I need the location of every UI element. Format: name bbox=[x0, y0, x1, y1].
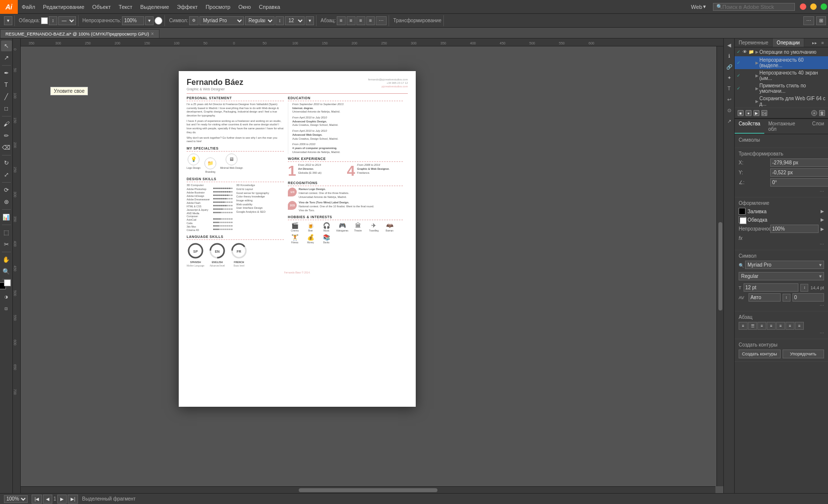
kerning-input[interactable] bbox=[792, 293, 825, 302]
ops-record-btn[interactable]: ● bbox=[746, 110, 751, 116]
hand-tool[interactable]: ✋ bbox=[1, 254, 12, 265]
ops-step-btn[interactable]: ▷| bbox=[761, 110, 767, 116]
justify-all-btn-p[interactable]: ≡ bbox=[795, 322, 804, 330]
type-tool[interactable]: T bbox=[1, 79, 12, 90]
font-size-stepper-up[interactable]: ↕ bbox=[800, 284, 808, 292]
y-input[interactable] bbox=[770, 168, 828, 177]
history-panel-btn[interactable]: ↩ bbox=[725, 95, 734, 104]
menu-effect[interactable]: Эффект bbox=[173, 0, 201, 13]
grid-view-btn[interactable]: ⊞ bbox=[816, 16, 826, 25]
font-family-select[interactable]: Myriad Pro bbox=[199, 16, 244, 25]
font-size-select[interactable]: 12 pt bbox=[285, 16, 305, 25]
tracking-stepper[interactable]: ↕ bbox=[783, 294, 790, 302]
slice-tool[interactable]: ✂ bbox=[1, 239, 12, 250]
image-trace-btn[interactable]: ⊙ bbox=[725, 106, 734, 115]
align-left-btn-p[interactable]: ≡ bbox=[739, 322, 748, 330]
last-page-btn[interactable]: ▶| bbox=[68, 495, 78, 504]
line-tool[interactable]: ╱ bbox=[1, 91, 12, 102]
minimize-btn[interactable] bbox=[810, 3, 817, 10]
pencil-tool[interactable]: ✏ bbox=[1, 130, 12, 141]
ops-row-opacity40[interactable]: ✓ ▶ Непрозрачность 40 экран (ым... bbox=[735, 69, 828, 82]
type-panel-btn[interactable]: T bbox=[725, 84, 734, 93]
menu-view[interactable]: Просмотр bbox=[201, 0, 234, 13]
menu-select[interactable]: Выделение bbox=[136, 0, 173, 13]
ops-row-default[interactable]: ✓ 👁 📁 ▶ Операции по умолчанию bbox=[735, 47, 828, 56]
v-scroll-thumb[interactable] bbox=[718, 222, 722, 310]
create-contours-btn[interactable]: Создать контуры bbox=[739, 349, 781, 358]
font-style-picker[interactable]: Regular ▾ bbox=[739, 272, 824, 280]
symbol-icon-btn[interactable]: ⚙ bbox=[189, 16, 198, 25]
props-tab-montage[interactable]: Монтажные обл bbox=[764, 119, 808, 134]
shape-tool[interactable]: □ bbox=[1, 103, 12, 114]
ops-new-btn[interactable]: + bbox=[811, 110, 817, 116]
screen-mode-btn[interactable]: ⊡ bbox=[1, 303, 12, 314]
angle-input[interactable] bbox=[770, 178, 828, 187]
menu-object[interactable]: Объект bbox=[88, 0, 115, 13]
symbol-more-btn[interactable]: ⋯ bbox=[739, 303, 824, 308]
direct-select-tool[interactable]: ↗ bbox=[1, 52, 12, 63]
transform-more-btn[interactable]: ⋯ bbox=[739, 188, 824, 194]
arrange-btn[interactable]: ⋯ bbox=[803, 16, 814, 25]
horizontal-scrollbar[interactable] bbox=[21, 486, 715, 493]
eraser-tool[interactable]: ⌫ bbox=[1, 142, 12, 153]
align-center-btn[interactable]: ≡ bbox=[347, 16, 355, 25]
align-left-btn[interactable]: ≡ bbox=[337, 16, 346, 25]
symbol-tool[interactable]: ⊛ bbox=[1, 196, 12, 207]
stroke-expand-btn[interactable]: ▶ bbox=[821, 217, 824, 222]
opacity-expand-btn[interactable]: ▶ bbox=[821, 227, 824, 232]
ops-row-style[interactable]: ✓ ▶ Применить стиль по умолчани... bbox=[735, 82, 828, 95]
font-size-down-btn[interactable]: ▾ bbox=[306, 16, 314, 25]
prev-page-btn[interactable]: ◀ bbox=[43, 495, 52, 504]
align-center-btn-p[interactable]: ☰ bbox=[748, 322, 757, 330]
fill-expand-btn[interactable]: ▶ bbox=[821, 209, 824, 214]
justify-left-btn-p[interactable]: ≡ bbox=[767, 322, 776, 330]
opacity-options-btn[interactable]: ▾ bbox=[145, 16, 154, 25]
fill-swatch[interactable] bbox=[739, 208, 746, 215]
ops-stop-btn[interactable]: ■ bbox=[738, 110, 744, 116]
menu-window[interactable]: Окно bbox=[235, 0, 255, 13]
workspace-selector[interactable]: Web ▾ bbox=[687, 3, 710, 10]
menu-edit[interactable]: Редактирование bbox=[39, 0, 88, 13]
props-tab-layers[interactable]: Слои bbox=[808, 119, 828, 134]
stock-search[interactable]: 🔍 bbox=[713, 3, 795, 11]
font-size-up-btn[interactable]: ↕ bbox=[276, 16, 284, 25]
x-input[interactable] bbox=[770, 158, 828, 167]
column-graph-tool[interactable]: 📊 bbox=[1, 212, 12, 223]
color-mode-btn[interactable]: ◑ bbox=[1, 291, 12, 302]
arrange-btn-q[interactable]: Упорядочить bbox=[783, 349, 825, 358]
stroke-color-swatch-left[interactable] bbox=[4, 279, 11, 286]
stock-search-input[interactable] bbox=[722, 4, 791, 10]
ai-panel-btn[interactable]: ✦ bbox=[725, 73, 734, 82]
paragraph-more-btn[interactable]: ⋯ bbox=[739, 330, 824, 336]
first-page-btn[interactable]: |◀ bbox=[32, 495, 42, 504]
blend-tool[interactable]: ⟳ bbox=[1, 185, 12, 195]
select-tool[interactable]: ↖ bbox=[1, 40, 12, 51]
h-scroll-thumb[interactable] bbox=[299, 488, 437, 492]
selection-tool-btn[interactable]: ▾ bbox=[4, 16, 12, 25]
font-style-select[interactable]: Regular bbox=[245, 16, 275, 25]
canvas-scroll[interactable]: Уловите свое Fernando Báez Graphic & Web… bbox=[21, 46, 723, 485]
artboard-tool[interactable]: ⬚ bbox=[1, 227, 12, 238]
ops-play-btn[interactable]: ▶ bbox=[753, 110, 759, 116]
close-btn[interactable] bbox=[800, 3, 806, 10]
rotate-tool[interactable]: ↻ bbox=[1, 157, 12, 168]
stroke-style-btn[interactable]: ↕ bbox=[49, 16, 57, 25]
menu-file[interactable]: Файл bbox=[18, 0, 39, 13]
ops-row-webgif[interactable]: ▶ Сохранить для Web GIF 64 с д... bbox=[735, 95, 828, 108]
paragraph-options-btn[interactable]: ⋯ bbox=[376, 16, 387, 25]
opacity-props-input[interactable] bbox=[770, 225, 819, 233]
zoom-tool[interactable]: 🔍 bbox=[1, 266, 12, 277]
menu-help[interactable]: Справка bbox=[255, 0, 284, 13]
menu-text[interactable]: Текст bbox=[115, 0, 136, 13]
align-right-btn[interactable]: ≡ bbox=[356, 16, 365, 25]
justify-center-btn-p[interactable]: ≡ bbox=[776, 322, 785, 330]
paintbrush-tool[interactable]: 🖌 bbox=[1, 118, 12, 129]
ops-row-opacity60[interactable]: ✓ ▶ Непрозрачность 60 (выделе... bbox=[735, 56, 828, 69]
info-panel-btn[interactable]: ℹ bbox=[725, 51, 734, 60]
link-panel-btn[interactable]: 🔗 bbox=[725, 62, 734, 71]
variables-tab[interactable]: Переменные bbox=[735, 39, 773, 47]
resume-document[interactable]: Fernando Báez Graphic & Web Designer fer… bbox=[179, 71, 416, 407]
ops-delete-btn[interactable]: 🗑 bbox=[819, 110, 825, 116]
tracking-input[interactable] bbox=[749, 293, 781, 302]
opacity-input[interactable] bbox=[122, 16, 144, 25]
